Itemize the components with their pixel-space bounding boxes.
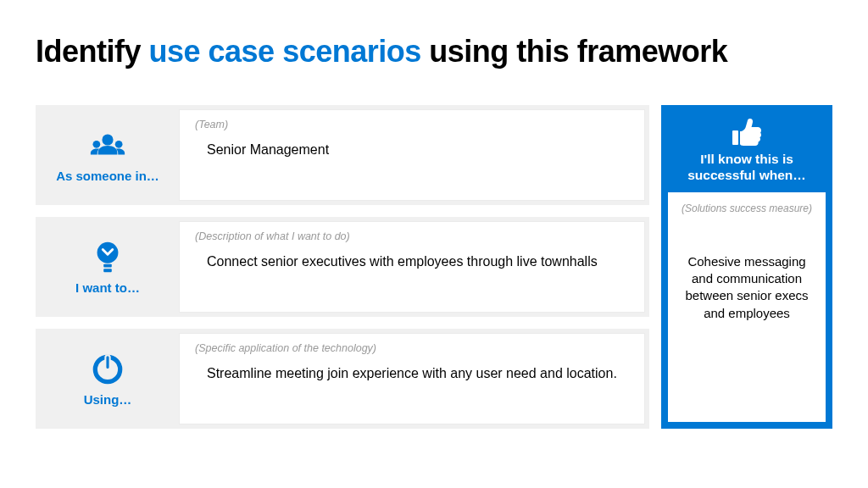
content-grid: As someone in… (Team) Senior Management <box>36 105 832 429</box>
title-part1: Identify <box>36 34 149 69</box>
people-icon <box>90 128 125 164</box>
title-accent: use case scenarios <box>149 34 421 69</box>
value-using: Streamline meeting join experience with … <box>207 366 629 381</box>
slide: Identify use case scenarios using this f… <box>0 0 868 488</box>
value-persona: Senior Management <box>207 142 629 158</box>
slide-title: Identify use case scenarios using this f… <box>36 34 832 69</box>
hint-want: (Description of what I want to do) <box>195 230 629 242</box>
svg-point-0 <box>102 134 113 145</box>
framework-rows: As someone in… (Team) Senior Management <box>36 105 649 429</box>
success-hint: (Solutions success measure) <box>676 202 817 214</box>
success-value: Cohesive messaging and communication bet… <box>676 253 817 322</box>
success-title: I'll know this is successful when… <box>668 151 826 184</box>
row-want: I want to… (Description of what I want t… <box>36 217 649 317</box>
value-cell-using: (Specific application of the technology)… <box>180 334 644 424</box>
hint-using: (Specific application of the technology) <box>195 342 629 354</box>
svg-rect-5 <box>103 269 112 272</box>
svg-point-1 <box>93 140 101 147</box>
row-persona: As someone in… (Team) Senior Management <box>36 105 649 205</box>
value-want: Connect senior executives with employees… <box>207 254 629 269</box>
thumbs-up-icon <box>730 117 764 147</box>
hint-persona: (Team) <box>195 119 629 130</box>
row-using: Using… (Specific application of the tech… <box>36 329 649 429</box>
label-persona: As someone in… <box>56 169 159 183</box>
success-box: (Solutions success measure) Cohesive mes… <box>668 192 826 422</box>
svg-point-2 <box>115 140 123 147</box>
success-panel: I'll know this is successful when… (Solu… <box>661 105 832 429</box>
svg-rect-4 <box>103 263 112 267</box>
label-want: I want to… <box>75 280 140 295</box>
power-icon <box>90 352 125 387</box>
label-cell-using: Using… <box>36 329 180 429</box>
lightbulb-icon <box>90 240 125 275</box>
value-cell-persona: (Team) Senior Management <box>180 110 644 200</box>
label-using: Using… <box>84 392 132 407</box>
title-part2: using this framework <box>421 34 728 69</box>
value-cell-want: (Description of what I want to do) Conne… <box>180 222 644 312</box>
label-cell-persona: As someone in… <box>36 105 180 205</box>
svg-rect-8 <box>732 130 738 145</box>
label-cell-want: I want to… <box>36 217 180 317</box>
svg-rect-7 <box>105 355 109 369</box>
